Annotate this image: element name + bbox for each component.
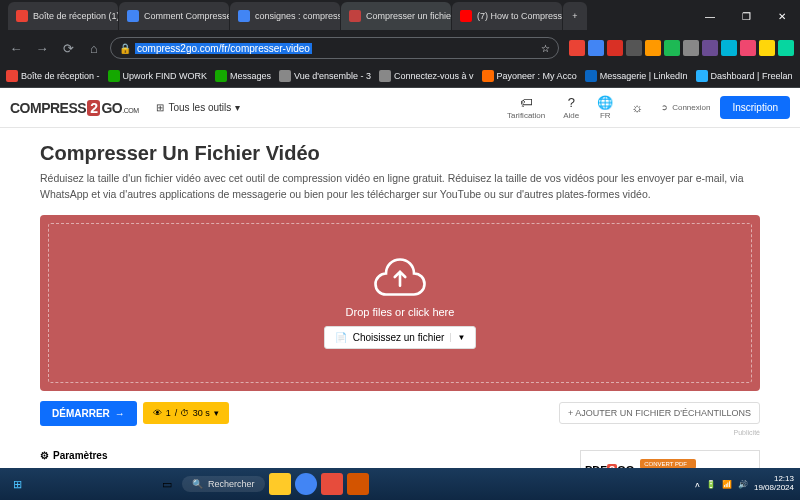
- help-icon: ?: [568, 95, 575, 110]
- add-sample-button[interactable]: + AJOUTER UN FICHIER D'ÉCHANTILLONS: [559, 402, 760, 424]
- ad-label: Publicité: [40, 429, 760, 436]
- tray-icon[interactable]: ᴧ: [695, 480, 700, 489]
- logo[interactable]: COMPRESS2GO.COM: [10, 100, 138, 116]
- battery-icon[interactable]: 🔋: [706, 480, 716, 489]
- lang-selector[interactable]: 🌐FR: [589, 95, 621, 120]
- bookmark[interactable]: Upwork FIND WORK: [108, 70, 208, 82]
- volume-icon[interactable]: 🔊: [738, 480, 748, 489]
- page-content: COMPRESS2GO.COM ⊞ Tous les outils ▾ 🏷Tar…: [0, 88, 800, 484]
- bookmark[interactable]: Dashboard | Freelan: [696, 70, 793, 82]
- dropzone[interactable]: Drop files or click here 📄 Choisissez un…: [40, 215, 760, 391]
- cloud-upload-icon: [370, 256, 430, 298]
- choose-file-button[interactable]: 📄 Choisissez un fichier▼: [324, 326, 477, 349]
- signup-button[interactable]: Inscription: [720, 96, 790, 119]
- ext-icon[interactable]: [607, 40, 623, 56]
- bookmark[interactable]: Payoneer : My Acco: [482, 70, 577, 82]
- bookmark[interactable]: Vue d'ensemble - 3: [279, 70, 371, 82]
- task-view-icon[interactable]: ▭: [156, 473, 178, 495]
- bookmark[interactable]: Connectez-vous à v: [379, 70, 474, 82]
- browser-tab[interactable]: consignes : compresser vidéo×: [230, 2, 340, 30]
- start-button[interactable]: DÉMARRER →: [40, 401, 137, 426]
- taskbar-search[interactable]: 🔍 Rechercher: [182, 476, 265, 492]
- browser-titlebar: Boîte de réception (1) - miche× Comment …: [0, 0, 800, 32]
- site-header: COMPRESS2GO.COM ⊞ Tous les outils ▾ 🏷Tar…: [0, 88, 800, 128]
- ext-icon[interactable]: [588, 40, 604, 56]
- clock[interactable]: 12:1319/08/2024: [754, 475, 794, 493]
- browser-tab[interactable]: Boîte de réception (1) - miche×: [8, 2, 118, 30]
- ext-icon[interactable]: [759, 40, 775, 56]
- ext-icon[interactable]: [569, 40, 585, 56]
- maximize-button[interactable]: ❐: [728, 0, 764, 32]
- tag-icon: 🏷: [520, 95, 533, 110]
- bookmark[interactable]: Messages: [215, 70, 271, 82]
- bookmark[interactable]: Boîte de réception -: [6, 70, 100, 82]
- file-explorer-icon[interactable]: [269, 473, 291, 495]
- address-bar: ← → ⟳ ⌂ 🔒 compress2go.com/fr/compresser-…: [0, 32, 800, 64]
- pricing-link[interactable]: 🏷Tarification: [499, 95, 553, 120]
- close-button[interactable]: ✕: [764, 0, 800, 32]
- globe-icon: 🌐: [597, 95, 613, 110]
- dropzone-text: Drop files or click here: [346, 306, 455, 318]
- settings-summary[interactable]: 👁 1 / ⏱ 30 s ▾: [143, 402, 229, 424]
- ext-icon[interactable]: [664, 40, 680, 56]
- ext-icon[interactable]: [683, 40, 699, 56]
- page-description: Réduisez la taille d'un fichier vidéo av…: [40, 171, 760, 203]
- browser-tab-active[interactable]: Compresser un fichier vidéo×: [341, 2, 451, 30]
- wifi-icon[interactable]: 📶: [722, 480, 732, 489]
- params-heading: ⚙ Paramètres: [40, 450, 564, 461]
- app-icon[interactable]: [321, 473, 343, 495]
- ext-icon[interactable]: [778, 40, 794, 56]
- home-button[interactable]: ⌂: [84, 41, 104, 56]
- theme-toggle[interactable]: ☼: [623, 100, 651, 116]
- ext-icon[interactable]: [626, 40, 642, 56]
- minimize-button[interactable]: —: [692, 0, 728, 32]
- browser-tab[interactable]: Comment Compresser Vidéo×: [119, 2, 229, 30]
- chrome-icon[interactable]: [295, 473, 317, 495]
- start-button[interactable]: ⊞: [6, 473, 28, 495]
- sun-icon: ☼: [631, 100, 643, 115]
- back-button[interactable]: ←: [6, 41, 26, 56]
- bookmark[interactable]: Messagerie | LinkedIn: [585, 70, 688, 82]
- page-title: Compresser Un Fichier Vidéo: [40, 142, 760, 165]
- login-link[interactable]: ➲ Connexion: [653, 103, 718, 112]
- forward-button[interactable]: →: [32, 41, 52, 56]
- chevron-down-icon[interactable]: ▼: [450, 333, 465, 342]
- ext-icon[interactable]: [702, 40, 718, 56]
- ext-icon[interactable]: [721, 40, 737, 56]
- app-icon[interactable]: [347, 473, 369, 495]
- help-link[interactable]: ?Aide: [555, 95, 587, 120]
- ext-icon[interactable]: [740, 40, 756, 56]
- gear-icon: ⚙: [40, 450, 49, 461]
- url-input[interactable]: 🔒 compress2go.com/fr/compresser-video☆: [110, 37, 559, 59]
- ext-icon[interactable]: [645, 40, 661, 56]
- browser-tab[interactable]: (7) How to Compress Video W×: [452, 2, 562, 30]
- new-tab-button[interactable]: +: [563, 2, 587, 30]
- bookmarks-bar: Boîte de réception - Upwork FIND WORK Me…: [0, 64, 800, 88]
- windows-taskbar: ⊞ ▭ 🔍 Rechercher ᴧ 🔋 📶 🔊 12:1319/08/2024: [0, 468, 800, 500]
- tools-dropdown[interactable]: ⊞ Tous les outils ▾: [156, 102, 240, 113]
- reload-button[interactable]: ⟳: [58, 41, 78, 56]
